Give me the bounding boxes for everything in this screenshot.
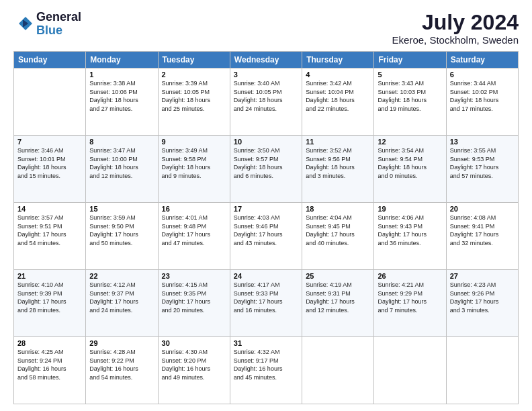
- day-info: Sunrise: 3:46 AMSunset: 10:01 PMDaylight…: [17, 146, 82, 180]
- day-number: 5: [378, 71, 442, 79]
- day-number: 7: [17, 138, 82, 146]
- calendar-cell: 8Sunrise: 3:47 AMSunset: 10:00 PMDayligh…: [86, 136, 158, 203]
- day-info: Sunrise: 4:32 AMSunset: 9:17 PMDaylight:…: [234, 348, 298, 381]
- day-info: Sunrise: 3:40 AMSunset: 10:05 PMDaylight…: [234, 79, 298, 113]
- calendar-cell: 9Sunrise: 3:49 AMSunset: 9:58 PMDaylight…: [158, 136, 230, 203]
- calendar-cell: 1Sunrise: 3:38 AMSunset: 10:06 PMDayligh…: [86, 68, 158, 136]
- day-number: 4: [306, 71, 370, 79]
- calendar-cell: 7Sunrise: 3:46 AMSunset: 10:01 PMDayligh…: [14, 136, 86, 203]
- calendar-cell: [374, 337, 446, 404]
- header: General Blue July 2024 Ekeroe, Stockholm…: [13, 11, 519, 46]
- day-number: 17: [234, 205, 298, 213]
- day-number: 13: [450, 138, 515, 146]
- day-number: 12: [378, 138, 442, 146]
- calendar-cell: 28Sunrise: 4:25 AMSunset: 9:24 PMDayligh…: [14, 337, 86, 404]
- week-row-2: 7Sunrise: 3:46 AMSunset: 10:01 PMDayligh…: [14, 136, 519, 203]
- logo: General Blue: [13, 11, 81, 38]
- day-number: 20: [450, 205, 515, 213]
- calendar-cell: 15Sunrise: 3:59 AMSunset: 9:50 PMDayligh…: [86, 203, 158, 270]
- day-info: Sunrise: 4:15 AMSunset: 9:35 PMDaylight:…: [162, 281, 226, 314]
- day-number: 21: [17, 272, 82, 280]
- day-number: 10: [234, 138, 298, 146]
- week-row-5: 28Sunrise: 4:25 AMSunset: 9:24 PMDayligh…: [14, 337, 519, 404]
- day-info: Sunrise: 4:08 AMSunset: 9:41 PMDaylight:…: [450, 214, 515, 247]
- day-number: 19: [378, 205, 442, 213]
- calendar-cell: 26Sunrise: 4:21 AMSunset: 9:29 PMDayligh…: [374, 270, 446, 337]
- calendar-cell: 19Sunrise: 4:06 AMSunset: 9:43 PMDayligh…: [374, 203, 446, 270]
- calendar-header-row: Sunday Monday Tuesday Wednesday Thursday…: [14, 52, 519, 68]
- day-number: 15: [89, 205, 154, 213]
- calendar-cell: 2Sunrise: 3:39 AMSunset: 10:05 PMDayligh…: [158, 68, 230, 136]
- calendar: Sunday Monday Tuesday Wednesday Thursday…: [13, 51, 519, 404]
- day-info: Sunrise: 4:04 AMSunset: 9:45 PMDaylight:…: [306, 214, 370, 247]
- day-number: 25: [306, 272, 370, 280]
- day-info: Sunrise: 3:52 AMSunset: 9:56 PMDaylight:…: [306, 146, 370, 180]
- day-number: 30: [162, 339, 226, 347]
- day-info: Sunrise: 3:42 AMSunset: 10:04 PMDaylight…: [306, 79, 370, 113]
- calendar-cell: 30Sunrise: 4:30 AMSunset: 9:20 PMDayligh…: [158, 337, 230, 404]
- day-number: 31: [234, 339, 298, 347]
- day-number: 14: [17, 205, 82, 213]
- col-thursday: Thursday: [302, 52, 374, 68]
- day-info: Sunrise: 4:28 AMSunset: 9:22 PMDaylight:…: [89, 348, 154, 381]
- calendar-cell: 22Sunrise: 4:12 AMSunset: 9:37 PMDayligh…: [86, 270, 158, 337]
- day-info: Sunrise: 4:23 AMSunset: 9:26 PMDaylight:…: [450, 281, 515, 314]
- day-info: Sunrise: 4:21 AMSunset: 9:29 PMDaylight:…: [378, 281, 442, 314]
- day-number: 28: [17, 339, 82, 347]
- day-info: Sunrise: 4:01 AMSunset: 9:48 PMDaylight:…: [162, 214, 226, 247]
- col-saturday: Saturday: [446, 52, 518, 68]
- calendar-cell: [302, 337, 374, 404]
- day-info: Sunrise: 4:17 AMSunset: 9:33 PMDaylight:…: [234, 281, 298, 314]
- week-row-1: 1Sunrise: 3:38 AMSunset: 10:06 PMDayligh…: [14, 68, 519, 136]
- day-number: 23: [162, 272, 226, 280]
- week-row-3: 14Sunrise: 3:57 AMSunset: 9:51 PMDayligh…: [14, 203, 519, 270]
- col-sunday: Sunday: [14, 52, 86, 68]
- calendar-cell: 3Sunrise: 3:40 AMSunset: 10:05 PMDayligh…: [230, 68, 302, 136]
- calendar-cell: 25Sunrise: 4:19 AMSunset: 9:31 PMDayligh…: [302, 270, 374, 337]
- day-info: Sunrise: 3:43 AMSunset: 10:03 PMDaylight…: [378, 79, 442, 113]
- calendar-cell: 31Sunrise: 4:32 AMSunset: 9:17 PMDayligh…: [230, 337, 302, 404]
- calendar-cell: 24Sunrise: 4:17 AMSunset: 9:33 PMDayligh…: [230, 270, 302, 337]
- day-info: Sunrise: 4:03 AMSunset: 9:46 PMDaylight:…: [234, 214, 298, 247]
- day-number: 11: [306, 138, 370, 146]
- calendar-cell: 16Sunrise: 4:01 AMSunset: 9:48 PMDayligh…: [158, 203, 230, 270]
- calendar-cell: [446, 337, 518, 404]
- calendar-cell: 23Sunrise: 4:15 AMSunset: 9:35 PMDayligh…: [158, 270, 230, 337]
- logo-text: General Blue: [36, 11, 81, 38]
- day-info: Sunrise: 3:57 AMSunset: 9:51 PMDaylight:…: [17, 214, 82, 247]
- col-wednesday: Wednesday: [230, 52, 302, 68]
- calendar-cell: 29Sunrise: 4:28 AMSunset: 9:22 PMDayligh…: [86, 337, 158, 404]
- page: General Blue July 2024 Ekeroe, Stockholm…: [0, 0, 532, 411]
- day-info: Sunrise: 4:10 AMSunset: 9:39 PMDaylight:…: [17, 281, 82, 314]
- calendar-cell: 12Sunrise: 3:54 AMSunset: 9:54 PMDayligh…: [374, 136, 446, 203]
- day-number: 29: [89, 339, 154, 347]
- day-number: 9: [162, 138, 226, 146]
- calendar-cell: 13Sunrise: 3:55 AMSunset: 9:53 PMDayligh…: [446, 136, 518, 203]
- day-number: 8: [89, 138, 154, 146]
- calendar-cell: 18Sunrise: 4:04 AMSunset: 9:45 PMDayligh…: [302, 203, 374, 270]
- day-info: Sunrise: 4:30 AMSunset: 9:20 PMDaylight:…: [162, 348, 226, 381]
- day-number: 16: [162, 205, 226, 213]
- day-info: Sunrise: 3:49 AMSunset: 9:58 PMDaylight:…: [162, 146, 226, 180]
- day-info: Sunrise: 4:19 AMSunset: 9:31 PMDaylight:…: [306, 281, 370, 314]
- subtitle: Ekeroe, Stockholm, Sweden: [392, 34, 519, 46]
- day-info: Sunrise: 4:06 AMSunset: 9:43 PMDaylight:…: [378, 214, 442, 247]
- day-number: 2: [162, 71, 226, 79]
- calendar-cell: 14Sunrise: 3:57 AMSunset: 9:51 PMDayligh…: [14, 203, 86, 270]
- day-info: Sunrise: 3:44 AMSunset: 10:02 PMDaylight…: [450, 79, 515, 113]
- day-info: Sunrise: 3:59 AMSunset: 9:50 PMDaylight:…: [89, 214, 154, 247]
- calendar-cell: 10Sunrise: 3:50 AMSunset: 9:57 PMDayligh…: [230, 136, 302, 203]
- day-number: 27: [450, 272, 515, 280]
- day-number: 6: [450, 71, 515, 79]
- calendar-cell: 6Sunrise: 3:44 AMSunset: 10:02 PMDayligh…: [446, 68, 518, 136]
- day-info: Sunrise: 4:12 AMSunset: 9:37 PMDaylight:…: [89, 281, 154, 314]
- day-info: Sunrise: 4:25 AMSunset: 9:24 PMDaylight:…: [17, 348, 82, 381]
- main-title: July 2024: [392, 11, 519, 34]
- calendar-cell: 5Sunrise: 3:43 AMSunset: 10:03 PMDayligh…: [374, 68, 446, 136]
- day-info: Sunrise: 3:39 AMSunset: 10:05 PMDaylight…: [162, 79, 226, 113]
- day-number: 26: [378, 272, 442, 280]
- logo-icon: [13, 14, 34, 34]
- col-monday: Monday: [86, 52, 158, 68]
- col-tuesday: Tuesday: [158, 52, 230, 68]
- calendar-cell: 20Sunrise: 4:08 AMSunset: 9:41 PMDayligh…: [446, 203, 518, 270]
